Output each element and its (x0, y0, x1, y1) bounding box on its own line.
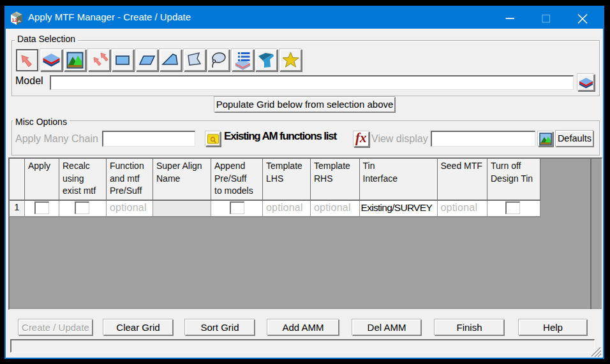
svg-text:12: 12 (11, 17, 17, 23)
